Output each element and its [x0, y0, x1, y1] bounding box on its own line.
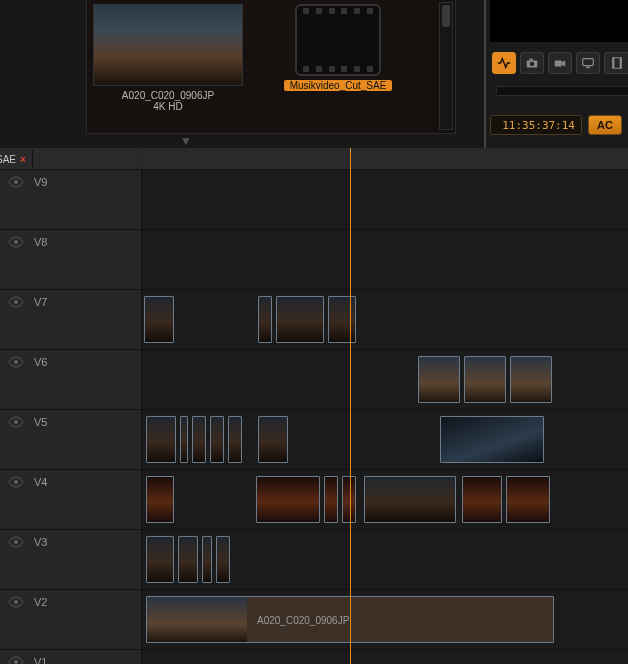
timeline-clip[interactable] — [464, 356, 506, 403]
effects-mode-button[interactable] — [492, 52, 516, 74]
track-header-v6[interactable]: V6 — [0, 350, 142, 410]
svg-rect-7 — [612, 58, 614, 69]
timeline-clip[interactable] — [180, 416, 188, 463]
timeline-clip[interactable] — [506, 476, 550, 523]
scrollbar-thumb[interactable] — [442, 5, 450, 27]
visibility-icon[interactable] — [8, 536, 24, 550]
track-header-v9[interactable]: V9 — [0, 170, 142, 230]
visibility-icon[interactable] — [8, 236, 24, 250]
svg-point-11 — [14, 300, 18, 304]
film-mode-button[interactable] — [604, 52, 628, 74]
track-label: V9 — [34, 176, 47, 188]
film-icon — [610, 56, 624, 70]
timeline-clip[interactable] — [364, 476, 456, 523]
visibility-icon[interactable] — [8, 656, 24, 664]
svg-point-10 — [14, 240, 18, 244]
timeline-clip[interactable] — [418, 356, 460, 403]
track-body-v7[interactable] — [142, 290, 628, 350]
timeline-tab-label: SAE — [0, 154, 16, 165]
timeline-panel: SAE × V9 V8 V7 — [0, 148, 628, 664]
timeline-clip[interactable] — [258, 296, 272, 343]
timeline-clip[interactable] — [462, 476, 502, 523]
camera-mode-button[interactable] — [520, 52, 544, 74]
track-body-v1[interactable] — [142, 650, 628, 664]
timeline-clip[interactable] — [202, 536, 212, 583]
camcorder-icon — [553, 56, 567, 70]
track-label: V7 — [34, 296, 47, 308]
svg-point-1 — [530, 62, 534, 66]
media-scrollbar[interactable] — [439, 2, 453, 130]
timeline-clip[interactable] — [342, 476, 356, 523]
timecode-display[interactable]: 11:35:37:14 — [490, 115, 582, 135]
svg-rect-3 — [555, 60, 562, 66]
svg-point-9 — [14, 180, 18, 184]
svg-point-16 — [14, 600, 18, 604]
track-header-v8[interactable]: V8 — [0, 230, 142, 290]
timeline-clip[interactable] — [178, 536, 198, 583]
timeline-clip[interactable] — [146, 536, 174, 583]
track-label: V4 — [34, 476, 47, 488]
clip-name-selected: Musikvideo_Cut_SAE — [284, 80, 393, 91]
viewer-progress[interactable] — [496, 86, 628, 96]
timeline-clip[interactable] — [510, 356, 552, 403]
track-label: V6 — [34, 356, 47, 368]
track-label: V8 — [34, 236, 47, 248]
timeline-clip[interactable] — [210, 416, 224, 463]
timeline-clip[interactable] — [258, 416, 288, 463]
svg-rect-4 — [583, 59, 594, 66]
svg-rect-2 — [529, 59, 533, 61]
timeline-clip[interactable] — [440, 416, 544, 463]
visibility-icon[interactable] — [8, 416, 24, 430]
track-header-v2[interactable]: V2 — [0, 590, 142, 650]
media-clip[interactable]: A020_C020_0906JP 4K HD — [93, 4, 243, 112]
visibility-icon[interactable] — [8, 476, 24, 490]
svg-rect-5 — [586, 67, 590, 69]
expand-arrow-icon[interactable]: ▼ — [180, 134, 192, 148]
timeline-clip[interactable] — [228, 416, 242, 463]
timeline-clip[interactable] — [146, 416, 176, 463]
track-header-v7[interactable]: V7 — [0, 290, 142, 350]
viewer-panel: 11:35:37:14 AC — [484, 0, 628, 148]
track-body-v9[interactable] — [142, 170, 628, 230]
track-body-v3[interactable] — [142, 530, 628, 590]
timeline-clip[interactable] — [256, 476, 320, 523]
track-header-v5[interactable]: V5 — [0, 410, 142, 470]
timeline-clip[interactable] — [324, 476, 338, 523]
track-body-v5[interactable] — [142, 410, 628, 470]
viewer-toolbar — [490, 50, 628, 76]
timeline-clip[interactable] — [276, 296, 324, 343]
media-bin: A020_C020_0906JP 4K HD Musikvideo_Cut_SA… — [86, 0, 456, 134]
close-icon[interactable]: × — [20, 154, 26, 165]
track-body-v6[interactable] — [142, 350, 628, 410]
track-label: V1 — [34, 656, 47, 664]
visibility-icon[interactable] — [8, 176, 24, 190]
track-header-v4[interactable]: V4 — [0, 470, 142, 530]
track-label: V5 — [34, 416, 47, 428]
visibility-icon[interactable] — [8, 356, 24, 370]
clip-thumbnail — [93, 4, 243, 86]
track-body-v4[interactable] — [142, 470, 628, 530]
camcorder-mode-button[interactable] — [548, 52, 572, 74]
svg-rect-8 — [619, 58, 621, 69]
timeline-clip[interactable] — [144, 296, 174, 343]
monitor-mode-button[interactable] — [576, 52, 600, 74]
track-header-v3[interactable]: V3 — [0, 530, 142, 590]
track-body-v8[interactable] — [142, 230, 628, 290]
svg-point-12 — [14, 360, 18, 364]
track-label: V3 — [34, 536, 47, 548]
timeline-clip[interactable] — [146, 476, 174, 523]
monitor-icon — [581, 56, 595, 70]
media-clip-selected[interactable]: Musikvideo_Cut_SAE — [263, 4, 413, 93]
timeline-clip[interactable] — [216, 536, 230, 583]
ac-button[interactable]: AC — [588, 115, 622, 135]
timeline-clip[interactable] — [328, 296, 356, 343]
timeline-clip-v2[interactable]: A020_C020_0906JP — [146, 596, 554, 643]
timeline-tab[interactable]: SAE × — [0, 150, 33, 168]
visibility-icon[interactable] — [8, 596, 24, 610]
visibility-icon[interactable] — [8, 296, 24, 310]
track-header-v1[interactable]: V1 — [0, 650, 142, 664]
svg-point-14 — [14, 480, 18, 484]
sequence-thumbnail — [295, 4, 381, 76]
track-body-v2[interactable]: A020_C020_0906JP — [142, 590, 628, 650]
timeline-clip[interactable] — [192, 416, 206, 463]
